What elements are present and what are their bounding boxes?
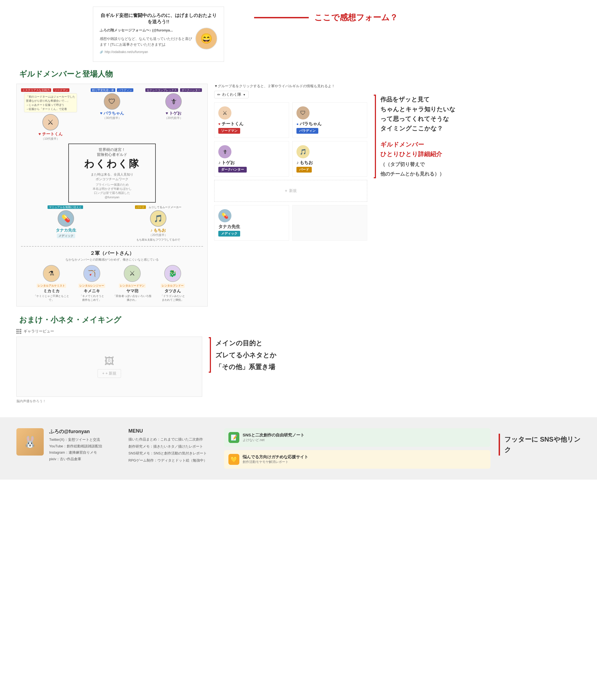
- message-profile-name: ふろの翔メッセージフォーム〜♪ (@furonya...: [100, 28, 192, 33]
- char-kimeniki: 🏹 レンタルレンジャー キメニキ 「キメでくれそうと創作をこめて」: [73, 265, 111, 302]
- footer-link-icon-green: 📝: [228, 432, 239, 443]
- footer-profile: 🐰 ふろの@furonyan Twitter(X)：妄想ツイートと交流 YouT…: [17, 428, 120, 462]
- footer-annotation-text: フッターに SNSや他リンク: [504, 434, 580, 455]
- detail-card-mochiao[interactable]: 🎵 ♪ もちお バード: [292, 141, 367, 177]
- group-info-text: ▼グループ名をクリックすると、２軍やライバルギルドの情報も見れるよ！: [214, 84, 367, 89]
- footer-menu-item-1[interactable]: 創作研究メモ：描きたいネタ／描けたレポート: [128, 444, 216, 449]
- footer-link-card-sub-1: 創作活動モヤモヤ解消レポート: [243, 460, 308, 464]
- footer-profile-name: ふろの@furonyan: [49, 428, 102, 435]
- add-new-card[interactable]: + 新規: [214, 180, 367, 202]
- bara-class-badge: パラディン: [296, 128, 318, 134]
- tanaka-detail-name: タナカ先生: [218, 224, 240, 229]
- char-toge: セクシーコンプレックス ダークハンター 🗡 ♥ トゲお （20代前半）: [144, 88, 203, 120]
- footer-menu-title: MENU: [128, 428, 216, 434]
- guild-section: ギルドメンバーと登場人物 ミステリアスな主戦力 ソードマン 「初のコードネーム: [0, 66, 597, 309]
- guild-title-box: 世界樹の迷宮！ 冒険初心者ギルド わくわく隊 また時は来る、全員人見知りポンコツ…: [68, 144, 156, 203]
- footer-menu-item-3[interactable]: RPGゲーム制作：ウディタとドット絵（勉強中）: [128, 458, 216, 463]
- char-tatsusan: 🐉 レンタルブシドー タツさん 「ドラゴンみたいとまわれてご満悦」: [154, 265, 192, 302]
- plus-icon-gallery: +: [102, 371, 104, 375]
- cheat-class-badge: ソードマン: [218, 128, 240, 134]
- footer-link-card-green[interactable]: 📝 SNSと二次創作の自由研究ノート よけないど.net: [224, 428, 490, 447]
- footer-menu-item-2[interactable]: SNS研究メモ：SNSと創作活動の気付きレポート: [128, 451, 216, 456]
- gallery-label: ギャラリービュー: [24, 329, 54, 334]
- footer-red-line: [499, 434, 500, 455]
- footer-link-card-title-0: SNSと二次創作の自由研究ノート: [243, 432, 304, 438]
- message-url[interactable]: 🔗 http://odaibako.net/u/furonyan: [100, 50, 192, 54]
- second-team-subtitle: なかなかメンバーとの距離感がつかめず、働きにくいなと感じている: [21, 257, 203, 262]
- page-wrapper: 自ギルド妄想に奮闘中のふろのに、はげましのおたよりを送ろう!! ふろの翔メッセー…: [0, 0, 597, 480]
- annotation-block-1: 作品をザッと見て ちゃんとキャラ知りたいな って思ってくれてそうな タイミングこ…: [380, 95, 456, 133]
- footer-link-card-title-1: 悩んでる方向けガチめな応援サイト: [243, 454, 308, 460]
- gallery-placeholder-icon: 🖼: [104, 355, 114, 367]
- omake-title: おまけ・小ネタ・メイキング: [17, 315, 580, 325]
- right-bracket: [374, 95, 376, 178]
- footer-menu: MENU 描いた作品まとめ：これまでに描いた二次創作 創作研究メモ：描きたいネタ…: [128, 428, 216, 465]
- toge-class-badge: ダークハンター: [218, 167, 247, 173]
- gallery-grid-icon: [17, 329, 21, 334]
- char-mikamika: ⚗ レンタルアルケミスト ミカミカ 「ケミミじゃご不満ともことで」: [32, 265, 71, 302]
- char-mochiao: バード ムリしてるムードメーカー 🎵 ♪ もちお （20代後半） もち胡＆太鼓も…: [113, 205, 203, 242]
- group-name-button[interactable]: ✏ わくわく隊 ▼: [214, 91, 249, 98]
- detail-card-cheat[interactable]: ⚔ ♥ チートくん ソードマン: [214, 102, 289, 138]
- footer-link-cards: 📝 SNSと二次創作の自由研究ノート よけないど.net 💛 悩んでる方向けガチ…: [224, 428, 490, 469]
- footer-annotation: フッターに SNSや他リンク: [499, 434, 580, 455]
- omake-gallery: ギャラリービュー 🖼 + + 新規 脳内声優を作ろう！: [17, 329, 202, 404]
- detail-card-toge[interactable]: 🗡 ♪ トゲお ダークハンター: [214, 141, 289, 177]
- omake-bracket: [209, 337, 211, 373]
- message-card: 自ギルド妄想に奮闘中のふろのに、はげましのおたよりを送ろう!! ふろの翔メッセー…: [93, 6, 224, 62]
- detail-card-tanaka[interactable]: 💊 タナカ先生 メディック: [214, 205, 289, 241]
- chevron-down-icon: ▼: [243, 93, 245, 96]
- footer: 🐰 ふろの@furonyan Twitter(X)：妄想ツイートと交流 YouT…: [0, 417, 597, 480]
- omake-annotation-text: メインの目的と ズレてる小ネタとか 「その他」系置き場: [215, 337, 277, 373]
- char-cheat: ミステリアスな主戦力 ソードマン 「初のコードネームはジョーカーでした普通ながら…: [21, 88, 80, 141]
- second-team: ２軍（パートさん） なかなかメンバーとの距離感がつかめず、働きにくいなと感じてい…: [21, 246, 203, 302]
- group-name-label: わくわく隊: [222, 92, 241, 97]
- char-bara: 頼り甲斐気遣い屋 パラディン 🛡 ♥ バラちゃん （30代後半）: [82, 88, 141, 120]
- omake-section: おまけ・小ネタ・メイキング ギャラリービュー: [0, 309, 597, 406]
- annotation-block-2: ギルドメンバー ひとりひとり詳細紹介 （（タブ切り替えで 他のチームとかも見れる…: [380, 140, 456, 178]
- mochiao-class-badge: バード: [296, 167, 312, 173]
- toge-detail-name: ♪ トゲお: [218, 160, 235, 165]
- empty-slot: [292, 205, 367, 241]
- guild-section-title: ギルドメンバーと登場人物: [17, 69, 580, 79]
- message-description: 感想や雑談りなどなど、なんでも送っていただけると喜びます！[TLにお返事させてい…: [100, 36, 192, 48]
- char-detail-panel: ▼グループ名をクリックすると、２軍やライバルギルドの情報も見れるよ！ ✏ わくわ…: [214, 84, 367, 241]
- top-annotation-text: ここで感想フォーム？: [314, 12, 398, 23]
- red-line-1: [254, 17, 309, 18]
- char-yamabo: ⚔ レンタルソードマン ヤマ坊 「田舎者っぽい点をいろいろ指摘され」: [113, 265, 151, 302]
- footer-link-card-sub-0: よけないど.net: [243, 438, 304, 443]
- gallery-area: 🖼 + + 新規: [17, 336, 202, 397]
- char-tanaka: マニュアルを無難に従えと 💊 タナカ先生 メディック: [21, 205, 111, 242]
- cheat-detail-name: チートくん: [222, 121, 243, 127]
- gallery-caption: 脳内声優を作ろう！: [17, 399, 202, 404]
- guild-illustration: ミステリアスな主戦力 ソードマン 「初のコードネームはジョーカーでした普通ながら…: [17, 84, 208, 306]
- omake-annotations: メインの目的と ズレてる小ネタとか 「その他」系置き場: [209, 337, 580, 373]
- footer-link-instagram[interactable]: Instagram：連捧練習自りメモ: [49, 450, 102, 455]
- add-new-button[interactable]: + + 新規: [98, 369, 121, 378]
- avatar-circle: 😄: [196, 28, 217, 49]
- detail-card-bara[interactable]: 🛡 ● バラちゃん パラディン: [292, 102, 367, 138]
- mochiao-detail-name: ♪ もちお: [296, 160, 313, 165]
- tanaka-class-badge: メディック: [218, 231, 240, 236]
- footer-link-youtube[interactable]: YouTube：創作絵動相談雑談配信: [49, 444, 102, 449]
- footer-link-twitter[interactable]: Twitter(X)：妄想ツイートと交流: [49, 437, 102, 443]
- second-team-title: ２軍（パートさん）: [21, 250, 203, 256]
- footer-link-pixiv[interactable]: pixiv：古い作品倉庫: [49, 456, 102, 462]
- pencil-icon: ✏: [217, 93, 220, 97]
- footer-avatar: 🐰: [17, 428, 44, 455]
- add-new-text: 新規: [289, 189, 297, 193]
- footer-link-card-yellow[interactable]: 💛 悩んでる方向けガチめな応援サイト 創作活動モヤモヤ解消レポート: [224, 450, 490, 469]
- plus-icon: +: [285, 189, 287, 193]
- guild-annotations: 作品をザッと見て ちゃんとキャラ知りたいな って思ってくれてそうな タイミングこ…: [374, 95, 472, 178]
- message-card-title: 自ギルド妄想に奮闘中のふろのに、はげましのおたよりを送ろう!!: [100, 12, 217, 25]
- bara-detail-name: バラちゃん: [300, 121, 321, 127]
- footer-menu-item-0[interactable]: 描いた作品まとめ：これまでに描いた二次創作: [128, 437, 216, 442]
- footer-link-icon-yellow: 💛: [228, 454, 239, 465]
